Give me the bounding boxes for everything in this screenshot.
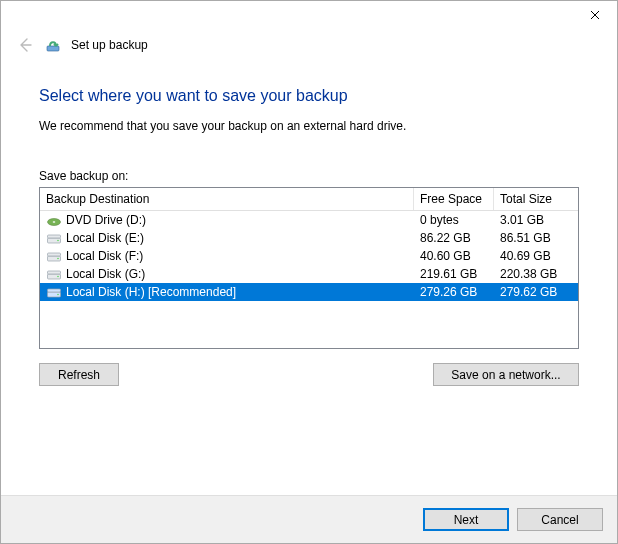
cell-total-size: 3.01 GB xyxy=(494,213,572,227)
svg-point-7 xyxy=(57,258,59,260)
drive-list[interactable]: Backup Destination Free Space Total Size… xyxy=(39,187,579,349)
col-free-space[interactable]: Free Space xyxy=(414,188,494,210)
svg-rect-11 xyxy=(48,271,61,274)
hard-disk-icon xyxy=(46,248,62,264)
wizard-header: Set up backup xyxy=(1,31,617,65)
cell-destination: DVD Drive (D:) xyxy=(40,212,414,228)
save-on-network-button[interactable]: Save on a network... xyxy=(433,363,579,386)
wizard-content: Select where you want to save your backu… xyxy=(1,65,617,495)
svg-point-10 xyxy=(57,276,59,278)
cancel-button[interactable]: Cancel xyxy=(517,508,603,531)
col-destination[interactable]: Backup Destination xyxy=(40,188,414,210)
backup-icon xyxy=(45,37,61,53)
cell-total-size: 279.62 GB xyxy=(494,285,572,299)
drive-name: Local Disk (G:) xyxy=(66,267,145,281)
svg-rect-5 xyxy=(48,235,61,238)
svg-rect-8 xyxy=(48,253,61,256)
list-buttons: Refresh Save on a network... xyxy=(39,363,579,386)
hard-disk-icon xyxy=(46,230,62,246)
cell-total-size: 220.38 GB xyxy=(494,267,572,281)
svg-point-4 xyxy=(57,240,59,242)
svg-point-13 xyxy=(57,294,59,296)
cell-free-space: 219.61 GB xyxy=(414,267,494,281)
cell-free-space: 0 bytes xyxy=(414,213,494,227)
wizard-footer: Next Cancel xyxy=(1,495,617,543)
instruction-heading: Select where you want to save your backu… xyxy=(39,87,579,105)
cell-destination: Local Disk (F:) xyxy=(40,248,414,264)
close-button[interactable] xyxy=(572,1,617,29)
cell-free-space: 279.26 GB xyxy=(414,285,494,299)
refresh-button[interactable]: Refresh xyxy=(39,363,119,386)
drive-name: Local Disk (F:) xyxy=(66,249,143,263)
wizard-window: Set up backup Select where you want to s… xyxy=(0,0,618,544)
hard-disk-icon xyxy=(46,284,62,300)
svg-point-2 xyxy=(53,221,56,223)
col-total-size[interactable]: Total Size xyxy=(494,188,572,210)
drive-name: Local Disk (H:) [Recommended] xyxy=(66,285,236,299)
back-arrow-icon xyxy=(17,37,33,53)
svg-rect-0 xyxy=(47,46,59,51)
hard-disk-icon xyxy=(46,266,62,282)
wizard-title: Set up backup xyxy=(71,38,148,52)
cell-destination: Local Disk (E:) xyxy=(40,230,414,246)
table-row[interactable]: Local Disk (G:)219.61 GB220.38 GB xyxy=(40,265,578,283)
table-row[interactable]: Local Disk (F:)40.60 GB40.69 GB xyxy=(40,247,578,265)
close-icon xyxy=(590,10,600,20)
cell-destination: Local Disk (H:) [Recommended] xyxy=(40,284,414,300)
svg-rect-14 xyxy=(48,289,61,292)
cell-destination: Local Disk (G:) xyxy=(40,266,414,282)
list-body: DVD Drive (D:)0 bytes3.01 GBLocal Disk (… xyxy=(40,211,578,301)
cell-total-size: 86.51 GB xyxy=(494,231,572,245)
list-label: Save backup on: xyxy=(39,169,579,183)
cell-free-space: 40.60 GB xyxy=(414,249,494,263)
drive-name: Local Disk (E:) xyxy=(66,231,144,245)
dvd-drive-icon xyxy=(46,212,62,228)
cell-free-space: 86.22 GB xyxy=(414,231,494,245)
drive-name: DVD Drive (D:) xyxy=(66,213,146,227)
recommendation-text: We recommend that you save your backup o… xyxy=(39,119,579,133)
list-header: Backup Destination Free Space Total Size xyxy=(40,188,578,211)
table-row[interactable]: Local Disk (E:)86.22 GB86.51 GB xyxy=(40,229,578,247)
titlebar xyxy=(1,1,617,31)
table-row[interactable]: DVD Drive (D:)0 bytes3.01 GB xyxy=(40,211,578,229)
cell-total-size: 40.69 GB xyxy=(494,249,572,263)
next-button[interactable]: Next xyxy=(423,508,509,531)
back-button[interactable] xyxy=(15,35,35,55)
table-row[interactable]: Local Disk (H:) [Recommended]279.26 GB27… xyxy=(40,283,578,301)
